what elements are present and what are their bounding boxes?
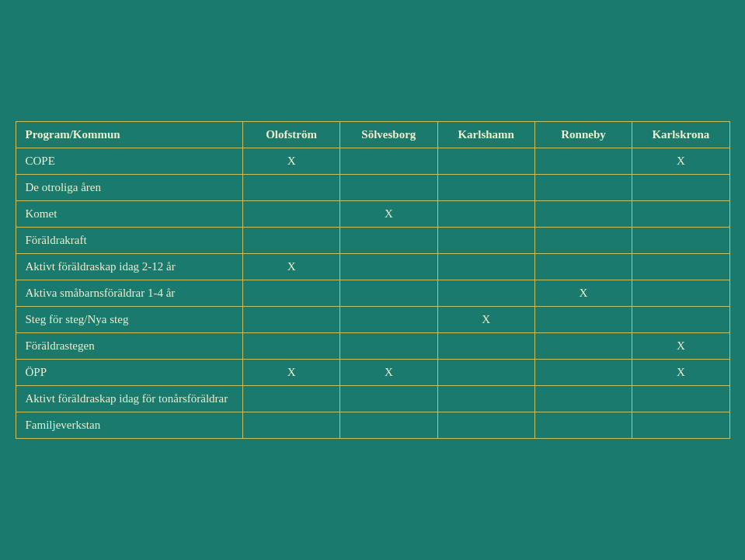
cell-7-program: Föräldrastegen	[16, 333, 242, 360]
cell-10-karlskrona	[632, 412, 729, 439]
cell-2-olofstrom	[242, 201, 339, 228]
cell-4-olofstrom: X	[242, 254, 339, 280]
cell-8-solvesborg: X	[340, 360, 437, 386]
main-table: Program/Kommun Olofström Sölvesborg Karl…	[16, 121, 730, 439]
cell-4-program: Aktivt föräldraskap idag 2-12 år	[16, 254, 242, 280]
table-row: COPEXX	[16, 148, 729, 175]
cell-2-program: Komet	[16, 201, 242, 228]
cell-2-solvesborg: X	[340, 201, 437, 228]
table-row: Aktiva småbarnsföräldrar 1-4 årX	[16, 280, 729, 307]
cell-2-karlskrona	[632, 201, 729, 228]
cell-8-ronneby	[534, 360, 632, 386]
cell-7-solvesborg	[340, 333, 437, 360]
table-row: Föräldrakraft	[16, 228, 729, 254]
cell-8-karlshamn	[437, 360, 534, 386]
cell-5-ronneby: X	[534, 280, 632, 307]
cell-4-solvesborg	[340, 254, 437, 280]
cell-0-ronneby	[534, 148, 632, 175]
cell-2-ronneby	[534, 201, 632, 228]
cell-10-ronneby	[534, 412, 632, 439]
cell-5-karlskrona	[632, 280, 729, 307]
cell-1-program: De otroliga åren	[16, 175, 242, 201]
cell-7-karlshamn	[437, 333, 534, 360]
cell-7-olofstrom	[242, 333, 339, 360]
header-ronneby: Ronneby	[534, 122, 632, 148]
cell-7-karlskrona: X	[632, 333, 729, 360]
table-row: Aktivt föräldraskap idag för tonårsföräl…	[16, 386, 729, 412]
table-row: KometX	[16, 201, 729, 228]
cell-10-karlshamn	[437, 412, 534, 439]
cell-5-program: Aktiva småbarnsföräldrar 1-4 år	[16, 280, 242, 307]
cell-1-karlskrona	[632, 175, 729, 201]
header-karlshamn: Karlshamn	[437, 122, 534, 148]
cell-4-ronneby	[534, 254, 632, 280]
cell-4-karlshamn	[437, 254, 534, 280]
cell-5-karlshamn	[437, 280, 534, 307]
cell-0-solvesborg	[340, 148, 437, 175]
cell-8-karlskrona: X	[632, 360, 729, 386]
table-row: Steg för steg/Nya stegX	[16, 307, 729, 333]
cell-1-ronneby	[534, 175, 632, 201]
cell-0-olofstrom: X	[242, 148, 339, 175]
cell-3-olofstrom	[242, 228, 339, 254]
table-container: Program/Kommun Olofström Sölvesborg Karl…	[0, 106, 745, 454]
table-row: Familjeverkstan	[16, 412, 729, 439]
cell-0-karlskrona: X	[632, 148, 729, 175]
cell-6-ronneby	[534, 307, 632, 333]
cell-1-olofstrom	[242, 175, 339, 201]
cell-1-karlshamn	[437, 175, 534, 201]
cell-9-olofstrom	[242, 386, 339, 412]
cell-6-karlskrona	[632, 307, 729, 333]
header-row: Program/Kommun Olofström Sölvesborg Karl…	[16, 122, 729, 148]
table-row: De otroliga åren	[16, 175, 729, 201]
cell-9-solvesborg	[340, 386, 437, 412]
table-row: FöräldrastegenX	[16, 333, 729, 360]
cell-3-karlshamn	[437, 228, 534, 254]
table-row: Aktivt föräldraskap idag 2-12 årX	[16, 254, 729, 280]
cell-4-karlskrona	[632, 254, 729, 280]
cell-5-solvesborg	[340, 280, 437, 307]
cell-6-karlshamn: X	[437, 307, 534, 333]
cell-3-solvesborg	[340, 228, 437, 254]
cell-7-ronneby	[534, 333, 632, 360]
table-row: ÖPPXXX	[16, 360, 729, 386]
cell-3-program: Föräldrakraft	[16, 228, 242, 254]
cell-10-olofstrom	[242, 412, 339, 439]
cell-8-olofstrom: X	[242, 360, 339, 386]
cell-9-ronneby	[534, 386, 632, 412]
cell-9-karlshamn	[437, 386, 534, 412]
cell-10-solvesborg	[340, 412, 437, 439]
cell-9-karlskrona	[632, 386, 729, 412]
header-karlskrona: Karlskrona	[632, 122, 729, 148]
header-program: Program/Kommun	[16, 122, 242, 148]
cell-6-olofstrom	[242, 307, 339, 333]
cell-3-ronneby	[534, 228, 632, 254]
cell-0-program: COPE	[16, 148, 242, 175]
cell-8-program: ÖPP	[16, 360, 242, 386]
cell-0-karlshamn	[437, 148, 534, 175]
header-olofstrom: Olofström	[242, 122, 339, 148]
cell-9-program: Aktivt föräldraskap idag för tonårsföräl…	[16, 386, 242, 412]
cell-3-karlskrona	[632, 228, 729, 254]
cell-2-karlshamn	[437, 201, 534, 228]
cell-1-solvesborg	[340, 175, 437, 201]
header-solvesborg: Sölvesborg	[340, 122, 437, 148]
cell-6-solvesborg	[340, 307, 437, 333]
cell-10-program: Familjeverkstan	[16, 412, 242, 439]
cell-5-olofstrom	[242, 280, 339, 307]
cell-6-program: Steg för steg/Nya steg	[16, 307, 242, 333]
